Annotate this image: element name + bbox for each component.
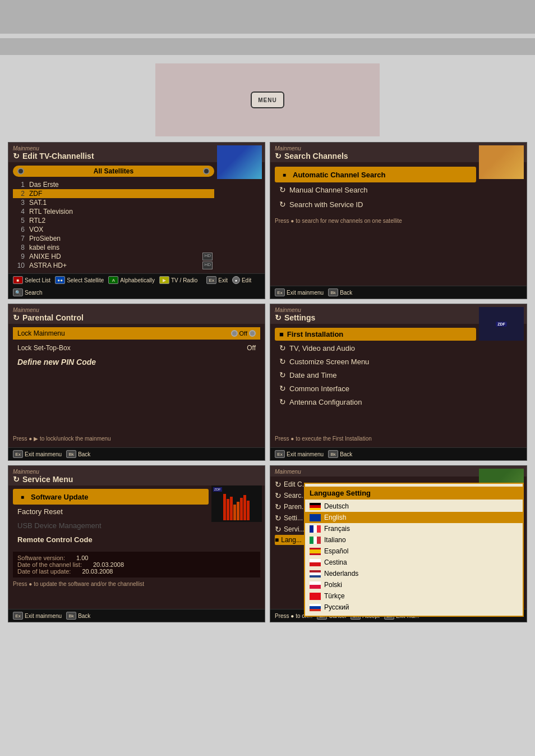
channel-list-date-val: 20.03.2008 bbox=[93, 561, 124, 568]
customize-screen-item[interactable]: ↻ Customize Screen Menu bbox=[275, 355, 476, 368]
sw-version-key: Software version: bbox=[17, 555, 65, 561]
channel-item[interactable]: 10ASTRA HD+HD bbox=[13, 261, 214, 270]
hd-badge: HD bbox=[202, 262, 213, 269]
lock-stb-row[interactable]: Lock Set-Top-Box Off bbox=[13, 342, 260, 354]
date-time-item[interactable]: ↻ Date and Time bbox=[275, 368, 476, 382]
tv-radio-btn[interactable]: ▶ TV / Radio bbox=[159, 276, 197, 284]
service-exit-btn[interactable]: Ex Exit mainmenu bbox=[13, 612, 62, 620]
select-sat-icon: ●● bbox=[55, 276, 65, 284]
menu-button[interactable]: MENU bbox=[251, 91, 284, 108]
parental-title: ↻ Parental Control bbox=[13, 313, 260, 322]
channel-item[interactable]: 4RTL Television bbox=[13, 207, 214, 216]
service-menu-panel: Mainmenu ↻ Service Menu ZDF bbox=[8, 465, 265, 622]
parental-press-info: Press ● ▶ to lock/unlock the mainmenu bbox=[8, 434, 265, 443]
lock-mainmenu-value: Off bbox=[239, 330, 247, 337]
service-menu-header: Mainmenu ↻ Service Menu bbox=[8, 466, 265, 485]
zdf-logo: ZDF bbox=[496, 322, 507, 327]
settings-back-btn[interactable]: Bk Back bbox=[328, 450, 352, 458]
date-time-arrow-icon: ↻ bbox=[279, 370, 286, 379]
manual-channel-search-item[interactable]: ↻ Manual Channel Search bbox=[275, 182, 476, 197]
antenna-config-item[interactable]: ↻ Antenna Configuration bbox=[275, 395, 476, 409]
lang-label-ru: Русский bbox=[324, 603, 349, 611]
service-menu-breadcrumb: Mainmenu bbox=[13, 469, 260, 475]
channel-item[interactable]: 9ANIXE HDHD bbox=[13, 252, 214, 261]
lang-item-nl[interactable]: Nederlands bbox=[305, 568, 523, 579]
lang-item-en[interactable]: English bbox=[305, 512, 523, 523]
lang-item-de[interactable]: Deutsch bbox=[305, 501, 523, 512]
settings-press-info: Press ● to execute the First Installatio… bbox=[270, 434, 527, 443]
remote-control-code-item[interactable]: Remote Control Code bbox=[13, 533, 209, 547]
lang-item-pl[interactable]: Polski bbox=[305, 579, 523, 590]
flag-ru-icon bbox=[310, 604, 321, 611]
factory-reset-item[interactable]: Factory Reset bbox=[13, 505, 209, 519]
settings-exit-btn[interactable]: Ex Exit mainmenu bbox=[275, 450, 324, 458]
channel-item[interactable]: 8kabel eins bbox=[13, 243, 214, 252]
common-interface-item[interactable]: ↻ Common Interface bbox=[275, 382, 476, 395]
channel-item[interactable]: 7ProSieben bbox=[13, 234, 214, 243]
parental-exit-icon: Ex bbox=[13, 450, 23, 458]
lang-item-it[interactable]: Italiano bbox=[305, 534, 523, 546]
channel-item[interactable]: 3SAT.1 bbox=[13, 198, 214, 207]
channel-selector[interactable]: All Satellites bbox=[13, 166, 214, 177]
lock-mainmenu-label: Lock Mainmenu bbox=[17, 329, 231, 337]
lock-mainmenu-toggle[interactable]: Off bbox=[231, 330, 256, 337]
language-setting-panel: Mainmenu ↻Edit C... ↻Searc... ↻Paren... … bbox=[270, 465, 527, 622]
language-dropdown[interactable]: Language Setting Deutsch English Françai… bbox=[304, 483, 524, 617]
lang-label-pl: Polski bbox=[324, 581, 342, 589]
define-pin-label[interactable]: Define new PIN Code bbox=[13, 354, 260, 370]
parental-bottom-bar: Ex Exit mainmenu Bk Back bbox=[8, 447, 265, 460]
back-btn[interactable]: Bk Back bbox=[328, 288, 352, 296]
exit-btn[interactable]: Ex Exit bbox=[206, 276, 228, 284]
service-menu-bottom-bar: Ex Exit mainmenu Bk Back bbox=[8, 609, 265, 622]
alphabetically-btn[interactable]: A Alphabetically bbox=[108, 276, 155, 284]
lang-item-cs[interactable]: Cestina bbox=[305, 557, 523, 568]
select-satellite-btn[interactable]: ●● Select Satellite bbox=[55, 276, 104, 284]
service-menu-arrow-icon: ↻ bbox=[13, 475, 20, 484]
exit-mainmenu-btn[interactable]: Ex Exit mainmenu bbox=[275, 288, 324, 296]
channel-item[interactable]: 1Das Erste bbox=[13, 180, 214, 189]
flag-gb-icon bbox=[310, 514, 321, 521]
edit-circle-icon: ● bbox=[232, 276, 240, 284]
search-channels-thumbnail bbox=[479, 145, 524, 179]
search-channels-panel: Mainmenu ↻ Search Channels ■ Automatic C… bbox=[270, 142, 527, 299]
menu-button-area: MENU bbox=[155, 63, 380, 136]
software-update-item[interactable]: ■ Software Update bbox=[13, 489, 209, 505]
parental-back-btn[interactable]: Bk Back bbox=[66, 450, 90, 458]
parental-exit-btn[interactable]: Ex Exit mainmenu bbox=[13, 450, 62, 458]
search-btn[interactable]: 🔍 Search bbox=[13, 288, 43, 296]
service-back-btn[interactable]: Bk Back bbox=[66, 612, 90, 620]
auto-channel-search-item[interactable]: ■ Automatic Channel Search bbox=[275, 167, 476, 182]
lang-label-en: English bbox=[324, 514, 346, 521]
channel-item[interactable]: 5RTL2 bbox=[13, 216, 214, 225]
edit-channels-bottom-bar: ■ Select List ●● Select Satellite A Alph… bbox=[8, 273, 265, 299]
tv-video-audio-item[interactable]: ↻ TV, Video and Audio bbox=[275, 341, 476, 355]
lang-item-tr[interactable]: Türkçe bbox=[305, 590, 523, 602]
edit-channels-panel: Mainmenu ↻ Edit TV-Channellist All Satel… bbox=[8, 142, 265, 299]
flag-de-icon bbox=[310, 503, 321, 510]
sw-version-val: 1.00 bbox=[76, 555, 88, 561]
lang-item-es[interactable]: Español bbox=[305, 546, 523, 557]
select-list-btn[interactable]: ■ Select List bbox=[13, 276, 50, 284]
edit-btn[interactable]: ● Edit bbox=[232, 276, 251, 284]
lang-item-ru[interactable]: Русский bbox=[305, 602, 523, 613]
service-back-icon: Bk bbox=[66, 612, 76, 620]
channel-item[interactable]: 6VOX bbox=[13, 225, 214, 234]
lang-item-fr[interactable]: Français bbox=[305, 523, 523, 534]
search-service-id-item[interactable]: ↻ Search with Service ID bbox=[275, 197, 476, 212]
flag-pl-icon bbox=[310, 581, 321, 589]
settings-arrow-icon: ↻ bbox=[275, 313, 282, 322]
service-menu-thumbnail: ZDF bbox=[211, 485, 262, 522]
first-installation-item[interactable]: ■ First Installation bbox=[275, 328, 476, 341]
lang-label-nl: Nederlands bbox=[324, 570, 358, 578]
lang-label-cs: Cestina bbox=[324, 558, 347, 566]
lang-label-es: Español bbox=[324, 547, 348, 555]
parental-control-header: Mainmenu ↻ Parental Control bbox=[8, 304, 265, 324]
lock-mainmenu-row[interactable]: Lock Mainmenu Off bbox=[13, 327, 260, 340]
auto-search-icon: ■ bbox=[279, 169, 289, 180]
toggle-off-right bbox=[249, 330, 256, 337]
first-install-icon: ■ bbox=[279, 330, 284, 338]
channel-item-selected[interactable]: 2ZDF bbox=[13, 189, 214, 198]
lang-label-tr: Türkçe bbox=[324, 592, 345, 600]
menu-button-label: MENU bbox=[258, 97, 276, 103]
flag-fr-icon bbox=[310, 525, 321, 533]
